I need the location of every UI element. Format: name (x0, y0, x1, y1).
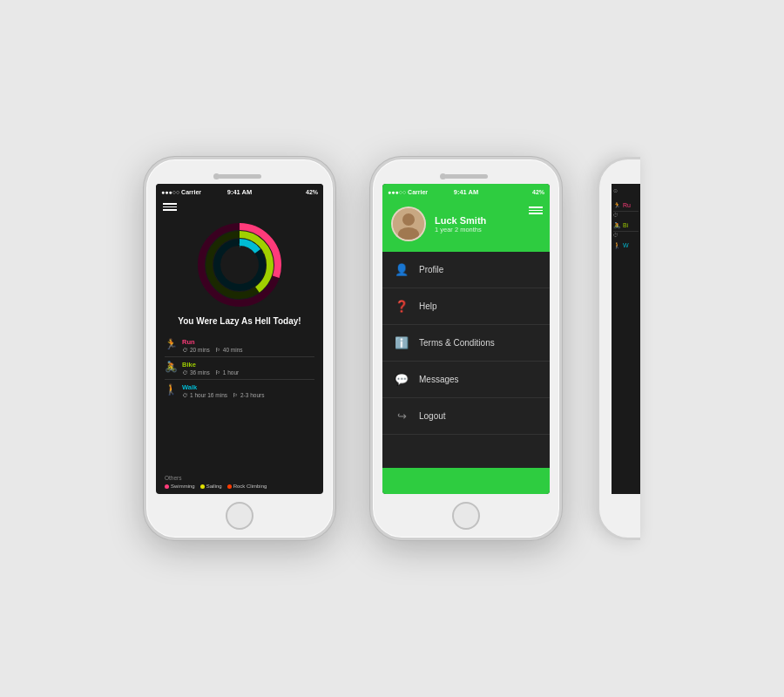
menu-line-2 (163, 206, 177, 208)
menu-item-messages[interactable]: 💬 Messages (382, 362, 550, 398)
run-item: 🏃 Run ⏱ 20 mins 🏳 40 mins (165, 335, 314, 357)
walk-times: ⏱ 1 hour 16 mins 🏳 2-3 hours (182, 392, 314, 398)
terms-menu-label: Terms & Conditions (419, 338, 495, 348)
others-label: Others (165, 475, 314, 481)
time-display: 9:41 AM (227, 188, 252, 196)
messages-menu-label: Messages (419, 375, 459, 384)
climbing-label: Rock Climbing (233, 484, 267, 489)
climbing-dot (227, 484, 232, 489)
swimming-label: Swimming (171, 484, 195, 489)
home-button-1[interactable] (226, 502, 253, 530)
activity-list: 🏃 Run ⏱ 20 mins 🏳 40 mins (156, 331, 323, 472)
menu-item-logout[interactable]: ↪ Logout (382, 398, 550, 435)
svg-point-10 (402, 213, 415, 226)
activity-rings-svg: → →→ ↑ (196, 221, 283, 308)
walk-item: 🚶 Walk ⏱ 1 hour 16 mins 🏳 2-3 hours (165, 380, 314, 402)
phone-2: ●●●○○ Carrier 9:41 AM 42% Luck Smith (370, 157, 562, 540)
partial-run-time: ⏱ (613, 212, 639, 220)
sailing-dot (200, 484, 205, 489)
swimming-legend: Swimming (165, 484, 195, 489)
menu-line-6 (529, 213, 543, 214)
user-avatar (391, 206, 426, 241)
activity-screen: ●●●○○ Carrier 9:41 AM 42% → (156, 184, 323, 494)
speaker-2 (444, 174, 488, 179)
climbing-legend: Rock Climbing (227, 484, 267, 489)
walk-actual-time: 1 hour 16 mins (190, 392, 227, 398)
messages-icon: 💬 (395, 373, 409, 386)
svg-text:↑: ↑ (238, 241, 241, 249)
hamburger-menu-2[interactable] (529, 206, 543, 214)
time-display-2: 9:41 AM (454, 188, 478, 196)
menu-line-4 (529, 206, 543, 208)
bike-icon: 🚴 (165, 361, 179, 373)
walk-goal-time: 2-3 hours (240, 392, 264, 398)
menu-item-help[interactable]: ❓ Help (382, 288, 550, 325)
logout-icon: ↪ (395, 409, 409, 423)
partial-screen: ⊙ 🏃 Ru ⏱ 🚴 Bi ⏱ 🚶 W (612, 184, 640, 494)
phone-3-partial: ⊙ 🏃 Ru ⏱ 🚴 Bi ⏱ 🚶 W (597, 157, 640, 540)
status-bar: ●●●○○ Carrier 9:41 AM 42% (156, 184, 323, 200)
phone-1-top (146, 159, 333, 184)
menu-list: 👤 Profile ❓ Help ℹ️ Terms & Conditions 💬… (382, 252, 550, 494)
bike-times: ⏱ 36 mins 🏳 1 hour (182, 369, 314, 376)
run-icon: 🏃 (165, 338, 179, 350)
headline-text: You Were Lazy As Hell Today! (156, 312, 323, 331)
walk-icon: 🚶 (165, 383, 179, 396)
partial-status: ⊙ (612, 184, 640, 197)
help-menu-label: Help (419, 301, 437, 311)
carrier-text-2: ●●●○○ Carrier (388, 189, 428, 195)
phone-1: ●●●○○ Carrier 9:41 AM 42% → (144, 157, 335, 540)
phone-2-top (373, 159, 559, 184)
legend: Swimming Sailing Rock Climbing (165, 484, 314, 489)
partial-bike-time: ⏱ (613, 232, 639, 240)
menu-screen: ●●●○○ Carrier 9:41 AM 42% Luck Smith (382, 184, 550, 494)
hamburger-menu[interactable] (156, 200, 323, 214)
front-camera-2 (440, 173, 446, 179)
ring-chart-area: → →→ ↑ (156, 214, 323, 312)
profile-menu-label: Profile (419, 265, 443, 274)
front-camera (213, 173, 220, 179)
menu-line-5 (529, 210, 543, 212)
phone-1-screen: ●●●○○ Carrier 9:41 AM 42% → (156, 184, 323, 494)
home-button-2[interactable] (452, 502, 480, 530)
partial-activities: 🏃 Ru ⏱ 🚴 Bi ⏱ 🚶 W (612, 197, 640, 254)
profile-header: Luck Smith 1 year 2 months (382, 200, 550, 252)
swimming-dot (165, 484, 169, 489)
menu-line-3 (163, 209, 177, 211)
partial-walk: 🚶 W (613, 240, 639, 251)
logout-menu-label: Logout (419, 411, 446, 421)
profile-duration: 1 year 2 months (435, 226, 486, 233)
menu-line-1 (163, 203, 177, 205)
bottom-green-bar (382, 468, 550, 494)
bike-item: 🚴 Bike ⏱ 36 mins 🏳 1 hour (165, 357, 314, 380)
menu-item-terms[interactable]: ℹ️ Terms & Conditions (382, 325, 550, 362)
run-actual: ⏱ 20 mins (182, 347, 210, 353)
phone-2-bottom (452, 494, 480, 538)
phone-2-screen: ●●●○○ Carrier 9:41 AM 42% Luck Smith (382, 184, 550, 494)
partial-run: 🏃 Ru (613, 200, 639, 212)
help-icon: ❓ (395, 300, 409, 313)
profile-name: Luck Smith (435, 215, 486, 226)
run-goal: 🏳 40 mins (215, 347, 243, 353)
run-actual-time: 20 mins (190, 347, 210, 353)
bike-label: Bike (182, 361, 314, 369)
carrier-text: ●●●○○ Carrier (161, 189, 201, 195)
status-bar-2: ●●●○○ Carrier 9:41 AM 42% (382, 184, 550, 200)
profile-info: Luck Smith 1 year 2 months (435, 215, 486, 233)
bike-goal-time: 1 hour (223, 369, 239, 376)
walk-label: Walk (182, 383, 314, 391)
sailing-label: Sailing (206, 484, 222, 489)
others-section: Others Swimming Sailing Rock Climbing (156, 471, 323, 494)
battery-text-2: 42% (532, 189, 544, 195)
phone-1-bottom (226, 494, 253, 538)
partial-bike: 🚴 Bi (613, 220, 639, 232)
menu-item-profile[interactable]: 👤 Profile (382, 252, 550, 288)
sailing-legend: Sailing (200, 484, 222, 489)
profile-icon: 👤 (395, 263, 409, 276)
bike-actual-time: 36 mins (190, 369, 210, 376)
info-icon: ℹ️ (395, 336, 409, 349)
avatar-svg (393, 208, 424, 240)
run-goal-time: 40 mins (223, 347, 243, 353)
speaker (218, 174, 261, 179)
battery-text: 42% (306, 189, 318, 195)
